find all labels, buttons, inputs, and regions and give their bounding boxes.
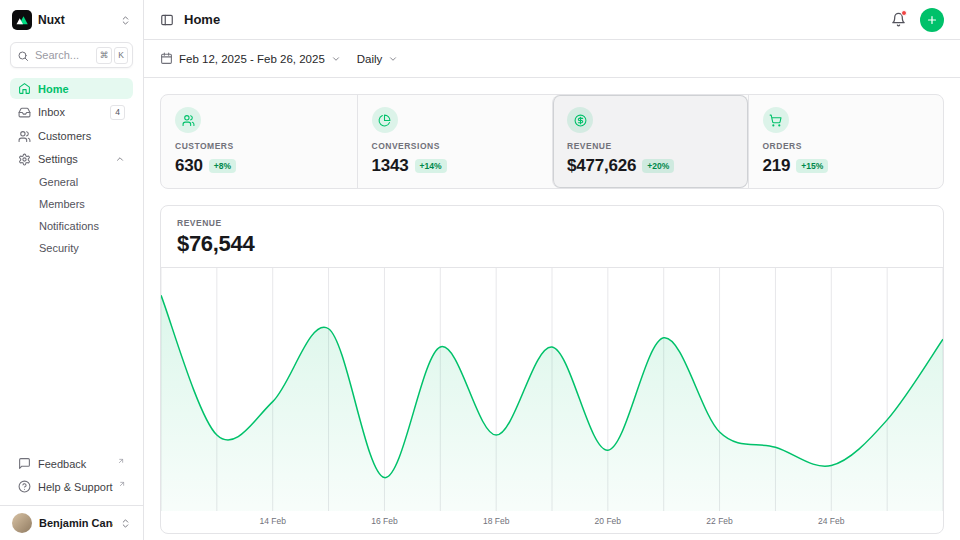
sidebar-spacer	[0, 258, 143, 454]
revenue-chart-card: REVENUE $76,544	[160, 205, 944, 534]
user-name: Benjamin Canac	[39, 517, 113, 529]
inbox-count-badge: 4	[110, 105, 125, 120]
plus-icon	[926, 14, 938, 26]
stat-value: 1343	[372, 156, 409, 176]
stat-label: ORDERS	[763, 141, 930, 151]
help-support-link[interactable]: Help & Support	[10, 476, 133, 497]
settings-children: General Members Notifications Security	[10, 172, 133, 258]
header-left: Home	[160, 12, 220, 27]
home-icon	[18, 82, 31, 95]
stat-value: $477,626	[567, 156, 636, 176]
chevron-down-icon	[388, 54, 398, 64]
chevron-down-icon	[331, 54, 341, 64]
kbd-k: K	[114, 47, 128, 64]
add-button[interactable]	[920, 8, 944, 32]
sidebar-item-label: Inbox	[38, 106, 103, 118]
stat-delta-badge: +14%	[415, 159, 447, 174]
external-link-icon	[117, 457, 125, 465]
granularity-select[interactable]: Daily	[357, 53, 399, 65]
sidebar-item-notifications[interactable]: Notifications	[10, 216, 133, 236]
main-panel: Home Feb 12, 2025 - Feb 26, 2025	[144, 0, 960, 540]
granularity-label: Daily	[357, 53, 383, 65]
gear-icon	[18, 153, 31, 166]
circle-dollar-icon	[567, 107, 593, 133]
chevron-up-down-icon	[120, 518, 131, 529]
chart-header: REVENUE $76,544	[161, 206, 943, 268]
sidebar-item-inbox[interactable]: Inbox 4	[10, 101, 133, 124]
x-axis-label: 18 Feb	[483, 516, 509, 526]
sidebar-item-members[interactable]: Members	[10, 194, 133, 214]
workspace-name: Nuxt	[38, 13, 114, 27]
chart-title: REVENUE	[177, 218, 927, 228]
x-axis-label: 14 Feb	[259, 516, 285, 526]
date-range-label: Feb 12, 2025 - Feb 26, 2025	[179, 53, 325, 65]
sidebar-item-label: Settings	[38, 153, 108, 165]
sidebar-item-general[interactable]: General	[10, 172, 133, 192]
stats-row: CUSTOMERS 630 +8% CONVERSIONS 1343 +14%	[160, 94, 944, 189]
stat-delta-badge: +15%	[796, 159, 828, 174]
sidebar-item-security[interactable]: Security	[10, 238, 133, 258]
stat-card-conversions[interactable]: CONVERSIONS 1343 +14%	[357, 95, 553, 188]
search: ⌘ K	[10, 42, 133, 68]
user-avatar	[12, 513, 32, 533]
top-header: Home	[144, 0, 960, 40]
notifications-button[interactable]	[891, 12, 906, 27]
stat-value: 219	[763, 156, 791, 176]
chart-plot-area	[161, 268, 943, 511]
message-icon	[18, 457, 31, 470]
x-axis-label: 16 Feb	[371, 516, 397, 526]
search-icon	[17, 48, 29, 66]
filters-toolbar: Feb 12, 2025 - Feb 26, 2025 Daily	[144, 40, 960, 78]
x-axis-label: 20 Feb	[595, 516, 621, 526]
stat-card-customers[interactable]: CUSTOMERS 630 +8%	[161, 95, 357, 188]
date-range-picker[interactable]: Feb 12, 2025 - Feb 26, 2025	[160, 52, 341, 65]
stat-label: CUSTOMERS	[175, 141, 343, 151]
sidebar-collapse-button[interactable]	[160, 13, 174, 27]
workspace-switcher[interactable]: Nuxt	[0, 0, 143, 40]
shopping-cart-icon	[763, 107, 789, 133]
external-link-icon	[118, 480, 126, 488]
page-title: Home	[184, 12, 220, 27]
dashboard-content: CUSTOMERS 630 +8% CONVERSIONS 1343 +14%	[144, 78, 960, 540]
stat-card-orders[interactable]: ORDERS 219 +15%	[748, 95, 944, 188]
revenue-area-chart	[161, 268, 943, 511]
sidebar: Nuxt ⌘ K Home	[0, 0, 144, 540]
user-menu[interactable]: Benjamin Canac	[0, 505, 143, 540]
sidebar-item-customers[interactable]: Customers	[10, 126, 133, 147]
sidebar-item-settings[interactable]: Settings	[10, 149, 133, 170]
inbox-icon	[18, 106, 31, 119]
stat-label: CONVERSIONS	[372, 141, 539, 151]
feedback-label: Feedback	[38, 458, 112, 470]
chevron-up-down-icon	[120, 15, 131, 26]
sidebar-nav: Home Inbox 4 Customers Settings	[0, 78, 143, 258]
help-circle-icon	[18, 480, 31, 493]
feedback-link[interactable]: Feedback	[10, 453, 133, 474]
calendar-icon	[160, 52, 173, 65]
stat-label: REVENUE	[567, 141, 734, 151]
nuxt-logo-icon	[12, 10, 32, 30]
users-icon	[175, 107, 201, 133]
stat-delta-badge: +20%	[642, 159, 674, 174]
stat-value: 630	[175, 156, 203, 176]
stat-delta-badge: +8%	[209, 159, 236, 174]
x-axis-label: 22 Feb	[706, 516, 732, 526]
app-root: Nuxt ⌘ K Home	[0, 0, 960, 540]
sidebar-footer-links: Feedback Help & Support	[0, 453, 143, 505]
notification-dot	[901, 10, 907, 16]
help-support-label: Help & Support	[38, 481, 113, 493]
chart-current-value: $76,544	[177, 231, 927, 257]
chart-x-axis: 14 Feb16 Feb18 Feb20 Feb22 Feb24 Feb	[161, 511, 943, 533]
x-axis-label: 24 Feb	[818, 516, 844, 526]
header-right	[891, 8, 944, 32]
sidebar-item-label: Home	[38, 83, 125, 95]
kbd-cmd: ⌘	[96, 47, 113, 64]
stat-card-revenue[interactable]: REVENUE $477,626 +20%	[552, 95, 748, 188]
pie-chart-icon	[372, 107, 398, 133]
chevron-up-icon	[115, 154, 125, 164]
sidebar-item-home[interactable]: Home	[10, 78, 133, 99]
search-shortcut: ⌘ K	[96, 47, 128, 64]
users-icon	[18, 130, 31, 143]
sidebar-item-label: Customers	[38, 130, 125, 142]
